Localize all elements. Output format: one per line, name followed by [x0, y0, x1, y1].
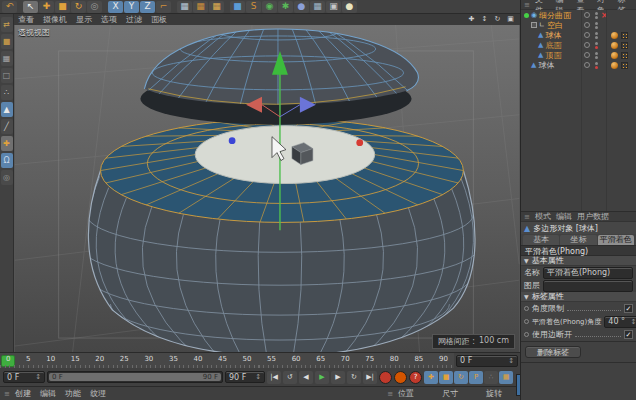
lock-z-axis[interactable]: Z [140, 1, 155, 13]
texture-mode[interactable]: ▦ [1, 51, 13, 66]
add-volume[interactable]: ● [294, 1, 309, 13]
snap[interactable]: Ω [1, 153, 13, 168]
undo[interactable]: ↶ [2, 1, 17, 13]
am-menu-0[interactable]: 模式 [535, 211, 551, 222]
material-menu-0[interactable]: 创建 [15, 388, 31, 399]
next-key[interactable]: ↻ [347, 371, 361, 384]
selection-tag-icon[interactable] [621, 62, 628, 69]
previous-frame[interactable]: ◀ [299, 371, 313, 384]
zoom-view[interactable]: ↕ [479, 15, 490, 25]
polygons-mode[interactable]: ▲ [1, 102, 13, 117]
play-button[interactable]: ▶ [315, 371, 329, 384]
x-axis-handle-dot[interactable] [356, 139, 363, 146]
am-menu-1[interactable]: 编辑 [556, 211, 572, 222]
object-row-5[interactable]: ▲球体 [521, 60, 636, 70]
visibility-toggle[interactable] [584, 42, 590, 48]
enable-axis[interactable]: ✚ [1, 136, 13, 151]
pan-view[interactable]: ✚ [466, 15, 477, 25]
selection-tag-icon[interactable] [621, 42, 628, 49]
range-start-field[interactable]: 0 F ↕ [3, 371, 45, 383]
material-tag-icon[interactable] [611, 62, 618, 69]
add-spline[interactable]: S [246, 1, 261, 13]
rotate-tool[interactable]: ↻ [71, 1, 86, 13]
vp-menu-3[interactable]: 选项 [101, 14, 117, 25]
key-parameter[interactable]: P [469, 371, 483, 384]
go-to-start[interactable]: |◀ [267, 371, 281, 384]
go-to-end[interactable]: ▶| [363, 371, 377, 384]
keyframe-ring-icon[interactable] [524, 306, 529, 311]
add-camera[interactable]: ▣ [326, 1, 341, 13]
lock-x-axis[interactable]: X [108, 1, 123, 13]
angle-limit-checkbox[interactable]: ✓ [624, 304, 633, 313]
add-light[interactable]: ● [342, 1, 357, 13]
visibility-toggle[interactable] [584, 22, 590, 28]
move-tool[interactable]: ✚ [39, 1, 54, 13]
delete-tag-button[interactable]: 删除标签 [525, 346, 581, 358]
object-row-3[interactable]: ▲底面 [521, 40, 636, 50]
basic-properties-group[interactable]: ▼ 基本属性 [521, 256, 636, 266]
visibility-toggle[interactable] [584, 62, 590, 68]
object-row-2[interactable]: ▲球体 [521, 30, 636, 40]
key-scale[interactable]: ■ [439, 371, 453, 384]
render-settings[interactable]: ▦ [209, 1, 224, 13]
am-menu-2[interactable]: 用户数据 [577, 211, 609, 222]
material-tag-icon[interactable] [611, 52, 618, 59]
model-mode[interactable]: ■ [1, 34, 13, 49]
key-rotation[interactable]: ↻ [454, 371, 468, 384]
z-axis-handle-dot[interactable] [229, 137, 236, 144]
autokeying[interactable] [394, 371, 407, 384]
stepper-icon[interactable]: ↕ [255, 373, 261, 381]
preview-range-slider[interactable]: 0 F 90 F [47, 371, 223, 383]
render-view[interactable]: ▦ [177, 1, 192, 13]
convert-object[interactable]: ⇄ [1, 17, 13, 32]
previous-key[interactable]: ↺ [283, 371, 297, 384]
keyframe-selection[interactable]: ▦ [499, 371, 513, 384]
vp-menu-0[interactable]: 查看 [18, 14, 34, 25]
visibility-toggle[interactable] [584, 52, 590, 58]
viewport-canvas[interactable]: 透视视图 网格间距 : 100 cm [14, 25, 520, 352]
toggle-view[interactable]: ▣ [505, 15, 516, 25]
next-frame[interactable]: ▶ [331, 371, 345, 384]
material-menu-1[interactable]: 编辑 [40, 388, 56, 399]
edge-break-checkbox[interactable]: ✓ [624, 330, 633, 339]
live-selection-tool[interactable]: ↖ [23, 1, 38, 13]
name-field[interactable]: 平滑着色(Phong) [543, 267, 633, 279]
object-row-0[interactable]: ◉细分曲面× [521, 10, 636, 20]
record-options[interactable]: ? [409, 371, 422, 384]
last-tool[interactable]: ◎ [87, 1, 102, 13]
tab-coordinates[interactable]: 坐标 [560, 235, 596, 245]
range-end-field[interactable]: 90 F ↕ [225, 371, 265, 383]
timeline-ruler[interactable]: 051015202530354045505560657075808590 [0, 352, 454, 368]
workplane-mode[interactable]: □ [1, 68, 13, 83]
scale-tool[interactable]: ■ [55, 1, 70, 13]
stepper-icon[interactable]: ↕ [630, 318, 636, 326]
keyframe-ring-icon[interactable] [524, 319, 529, 324]
coordinate-system[interactable]: ⌐ [156, 1, 171, 13]
object-row-1[interactable]: ∟空白 [521, 20, 636, 30]
material-tag-icon[interactable] [611, 32, 618, 39]
viewport-filter[interactable]: ◎ [1, 170, 13, 185]
tab-phong[interactable]: 平滑着色 [598, 235, 634, 245]
object-row-4[interactable]: ▲顶面 [521, 50, 636, 60]
current-frame-field[interactable]: 0 F ↕ [456, 355, 518, 367]
selection-tag-icon[interactable] [621, 32, 628, 39]
add-generator[interactable]: ◉ [262, 1, 277, 13]
vp-menu-5[interactable]: 面板 [151, 14, 167, 25]
layer-field[interactable] [543, 280, 633, 292]
material-menu-2[interactable]: 功能 [65, 388, 81, 399]
visibility-toggle[interactable] [584, 32, 590, 38]
tab-basic[interactable]: 基本 [523, 235, 559, 245]
tag-properties-group[interactable]: ▼ 标签属性 [521, 292, 636, 302]
add-deformer[interactable]: ✱ [278, 1, 293, 13]
vp-menu-4[interactable]: 过滤 [126, 14, 142, 25]
stepper-icon[interactable]: ↕ [35, 373, 41, 381]
material-tag-icon[interactable] [611, 42, 618, 49]
add-primitive[interactable]: ■ [230, 1, 245, 13]
material-menu-3[interactable]: 纹理 [90, 388, 106, 399]
key-pla[interactable]: ∴ [484, 371, 498, 384]
stepper-icon[interactable]: ↕ [508, 357, 514, 365]
key-position[interactable]: ✚ [424, 371, 438, 384]
record-keyframe[interactable] [379, 371, 392, 384]
edges-mode[interactable]: ╱ [1, 119, 13, 134]
preview-range-bar[interactable]: 0 F 90 F [49, 373, 221, 381]
